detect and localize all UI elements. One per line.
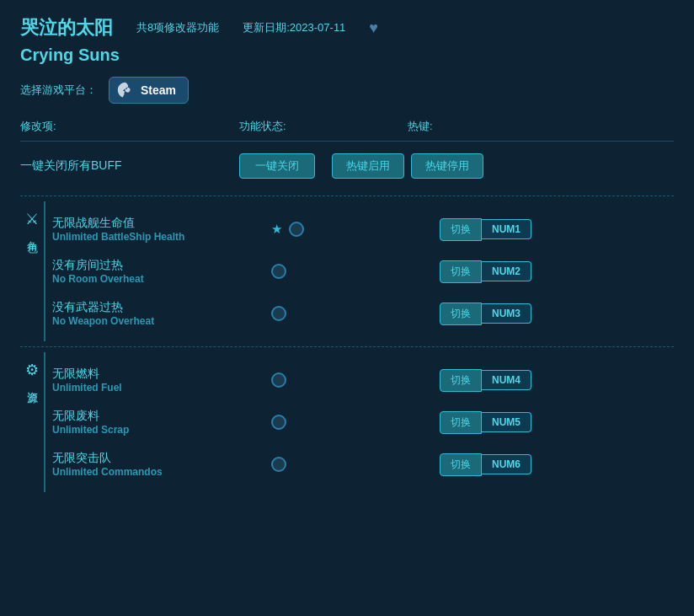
hotkey-switch-btn-resources-2[interactable]: 切换 (440, 453, 482, 476)
star-icon-character-0: ★ (271, 222, 282, 237)
hotkey-enable-button[interactable]: 热键启用 (332, 153, 404, 179)
section-label-resources: 资源 (24, 383, 40, 386)
section-icon-resources: ⚙ (25, 361, 39, 379)
col-hotkey-header: 热键: (408, 119, 674, 134)
steam-platform-button[interactable]: Steam (109, 77, 189, 104)
update-date: 更新日期:2023-07-11 (243, 20, 345, 35)
mod-name-cn-resources-0: 无限燃料 (52, 367, 271, 382)
mod-name-block-resources-0: 无限燃料Unlimited Fuel (52, 367, 271, 394)
section-label-character: 角色 (24, 232, 40, 235)
steam-logo-icon (116, 81, 135, 99)
mod-toggle-area-character-0: ★ (271, 222, 440, 237)
platform-row: 选择游戏平台： Steam (20, 77, 674, 104)
mod-name-block-character-2: 没有武器过热No Weapon Overheat (52, 300, 271, 327)
steam-button-label: Steam (141, 83, 176, 97)
col-status-header: 功能状态: (239, 119, 408, 134)
col-mod-header: 修改项: (20, 119, 239, 134)
mod-name-en-character-2: No Weapon Overheat (52, 315, 271, 327)
mod-name-cn-character-1: 没有房间过热 (52, 258, 271, 273)
one-click-button[interactable]: 一键关闭 (239, 153, 315, 179)
mod-name-cn-resources-1: 无限废料 (52, 409, 271, 424)
mod-row-character-0: 无限战舰生命值Unlimited BattleShip Health★切换NUM… (52, 208, 674, 250)
mod-toggle-area-resources-0 (271, 372, 440, 388)
mod-name-en-resources-2: Unlimited Commandos (52, 466, 271, 478)
mod-row-resources-2: 无限突击队Unlimited Commandos切换NUM6 (52, 443, 674, 485)
column-headers: 修改项: 功能状态: 热键: (20, 119, 674, 142)
mod-name-block-resources-1: 无限废料Unlimited Scrap (52, 409, 271, 436)
mod-name-block-character-0: 无限战舰生命值Unlimited BattleShip Health (52, 216, 271, 243)
mod-hotkey-area-resources-2: 切换NUM6 (440, 453, 531, 476)
toggle-circle-resources-2[interactable] (271, 457, 286, 472)
hotkey-key-badge-character-0: NUM1 (482, 219, 531, 239)
section-rows-resources: 无限燃料Unlimited Fuel切换NUM4无限废料Unlimited Sc… (52, 352, 674, 492)
mod-hotkey-area-resources-1: 切换NUM5 (440, 411, 531, 434)
mod-row-character-1: 没有房间过热No Room Overheat切换NUM2 (52, 250, 674, 292)
header-row: 哭泣的太阳 共8项修改器功能 更新日期:2023-07-11 ♥ (20, 15, 674, 40)
toggle-circle-character-1[interactable] (271, 264, 286, 279)
mod-hotkey-area-character-1: 切换NUM2 (440, 260, 531, 283)
hotkey-switch-btn-resources-0[interactable]: 切换 (440, 369, 482, 392)
section-block-resources: ⚙资源无限燃料Unlimited Fuel切换NUM4无限废料Unlimited… (20, 352, 674, 492)
section-icon-character: ⚔ (25, 210, 39, 228)
mod-row-resources-0: 无限燃料Unlimited Fuel切换NUM4 (52, 359, 674, 401)
hotkey-key-badge-character-2: NUM3 (482, 303, 531, 324)
mod-name-en-resources-1: Unlimited Scrap (52, 424, 271, 436)
hotkey-switch-btn-character-2[interactable]: 切换 (440, 303, 482, 325)
hotkey-key-badge-character-1: NUM2 (482, 261, 531, 281)
hotkey-switch-btn-character-1[interactable]: 切换 (440, 260, 482, 283)
section-rows-character: 无限战舰生命值Unlimited BattleShip Health★切换NUM… (52, 201, 674, 341)
mod-name-cn-character-0: 无限战舰生命值 (52, 216, 271, 231)
hotkey-disable-button[interactable]: 热键停用 (411, 153, 483, 179)
mod-toggle-area-character-2 (271, 306, 440, 321)
section-divider-top (20, 196, 674, 196)
mod-toggle-area-character-1 (271, 264, 440, 279)
hotkey-key-badge-resources-2: NUM6 (482, 454, 531, 474)
mod-name-en-resources-0: Unlimited Fuel (52, 382, 271, 394)
section-block-character: ⚔角色无限战舰生命值Unlimited BattleShip Health★切换… (20, 201, 674, 341)
one-click-row: 一键关闭所有BUFF 一键关闭 热键启用 热键停用 (20, 147, 674, 190)
one-click-label: 一键关闭所有BUFF (20, 158, 239, 174)
game-title-cn: 哭泣的太阳 (20, 15, 113, 40)
platform-label: 选择游戏平台： (20, 83, 97, 98)
mod-toggle-area-resources-1 (271, 415, 440, 430)
game-title-en: Crying Suns (20, 46, 674, 65)
page-container: 哭泣的太阳 共8项修改器功能 更新日期:2023-07-11 ♥ Crying … (0, 0, 694, 512)
section-divider-0 (20, 346, 674, 347)
mod-row-resources-1: 无限废料Unlimited Scrap切换NUM5 (52, 401, 674, 443)
toggle-circle-resources-0[interactable] (271, 372, 286, 388)
hotkey-switch-btn-character-0[interactable]: 切换 (440, 218, 482, 241)
hotkey-switch-btn-resources-1[interactable]: 切换 (440, 411, 482, 434)
favorite-icon[interactable]: ♥ (369, 19, 378, 37)
section-sidebar-character: ⚔角色 (20, 201, 45, 341)
toggle-circle-resources-1[interactable] (271, 415, 286, 430)
mod-hotkey-area-character-2: 切换NUM3 (440, 303, 531, 325)
mod-name-cn-resources-2: 无限突击队 (52, 451, 271, 466)
section-sidebar-resources: ⚙资源 (20, 352, 45, 492)
mod-toggle-area-resources-2 (271, 457, 440, 472)
mod-hotkey-area-character-0: 切换NUM1 (440, 218, 531, 241)
mod-name-cn-character-2: 没有武器过热 (52, 300, 271, 315)
toggle-circle-character-0[interactable] (289, 222, 304, 237)
mod-name-en-character-0: Unlimited BattleShip Health (52, 231, 271, 243)
mod-hotkey-area-resources-0: 切换NUM4 (440, 369, 531, 392)
mod-row-character-2: 没有武器过热No Weapon Overheat切换NUM3 (52, 292, 674, 335)
sections-container: ⚔角色无限战舰生命值Unlimited BattleShip Health★切换… (20, 201, 674, 492)
mod-name-block-character-1: 没有房间过热No Room Overheat (52, 258, 271, 285)
hotkey-key-badge-resources-1: NUM5 (482, 412, 531, 432)
toggle-circle-character-2[interactable] (271, 306, 286, 321)
hotkey-key-badge-resources-0: NUM4 (482, 370, 531, 390)
mod-count: 共8项修改器功能 (136, 20, 219, 35)
mod-name-block-resources-2: 无限突击队Unlimited Commandos (52, 451, 271, 478)
mod-name-en-character-1: No Room Overheat (52, 273, 271, 285)
